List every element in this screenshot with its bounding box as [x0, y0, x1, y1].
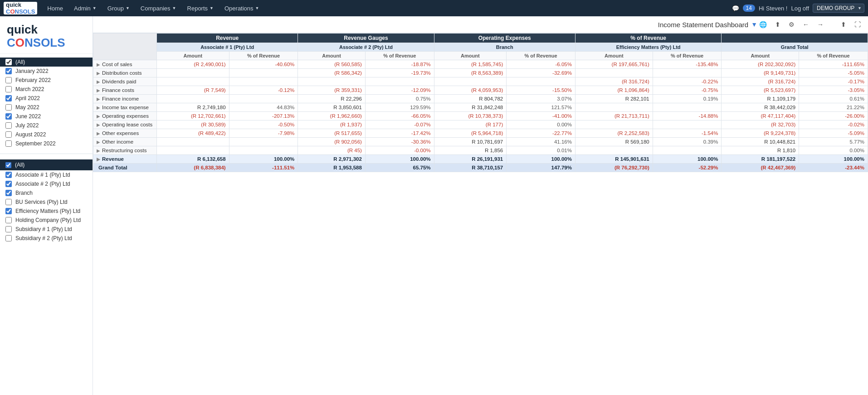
share-icon[interactable]: ⬆: [773, 20, 782, 29]
col-group-revenue-gauges: Revenue Gauges: [298, 34, 434, 43]
row-label[interactable]: ▶Other expenses: [93, 129, 157, 138]
logo-box: quickCONSOLS: [4, 2, 37, 14]
globe-icon[interactable]: 🌐: [757, 20, 769, 29]
cell-ef_amt: [575, 146, 653, 155]
nav-admin[interactable]: Admin ▼: [69, 0, 101, 16]
cell-ef_pct: [653, 103, 722, 112]
nav-operations[interactable]: Operations ▼: [220, 0, 264, 16]
row-label[interactable]: ▶Cost of sales: [93, 60, 157, 69]
export-icon[interactable]: ⬆: [839, 20, 848, 29]
period-mar-checkbox[interactable]: [5, 86, 12, 92]
company-efficiency[interactable]: Efficiency Matters (Pty) Ltd: [0, 207, 93, 216]
period-all-checkbox[interactable]: [5, 59, 12, 65]
cell-ef_pct: -0.22%: [653, 77, 722, 86]
logoff-button[interactable]: Log off: [791, 5, 809, 12]
cell-br_amt: R 38,710,157: [434, 164, 507, 172]
cell-a2_pct: 0.75%: [365, 95, 434, 103]
cell-br_pct: -32.69%: [507, 69, 575, 77]
company-bu-services[interactable]: BU Services (Pty) Ltd: [0, 198, 93, 207]
table-row: ▶Income tax expenseR 2,749,18044.83%R 3,…: [93, 103, 868, 112]
row-label[interactable]: ▶Operating lease costs: [93, 120, 157, 129]
cell-ef_amt: R 145,901,631: [575, 155, 653, 164]
cell-br_amt: (R 4,059,953): [434, 86, 507, 95]
cell-gt_amt: R 1,810: [722, 146, 799, 155]
demo-group-select[interactable]: DEMO GROUP: [813, 4, 864, 13]
nav-home[interactable]: Home: [43, 0, 68, 16]
company-bu-checkbox[interactable]: [5, 199, 12, 205]
period-january-2022[interactable]: January 2022: [0, 67, 93, 76]
company-subsidiary2[interactable]: Subsidiary # 2 (Pty) Ltd: [0, 234, 93, 243]
cell-a1_pct: [229, 138, 298, 146]
row-label[interactable]: ▶Revenue: [93, 155, 157, 164]
table-row: ▶Restructuring costs(R 45)-0.00%R 1,8560…: [93, 146, 868, 155]
cell-a2_pct: [365, 77, 434, 86]
cell-a2_pct: 129.59%: [365, 103, 434, 112]
period-jun-checkbox[interactable]: [5, 113, 12, 120]
row-label[interactable]: ▶Finance costs: [93, 86, 157, 95]
period-all-item[interactable]: (All): [0, 58, 93, 67]
period-sep-checkbox[interactable]: [5, 140, 12, 147]
row-label[interactable]: ▶Operating expenses: [93, 112, 157, 120]
period-aug-checkbox[interactable]: [5, 131, 12, 138]
company-all-checkbox[interactable]: [5, 162, 11, 168]
row-label[interactable]: ▶Income tax expense: [93, 103, 157, 112]
filter-icon[interactable]: ▼: [751, 21, 757, 28]
table-row: ▶Distribution costs(R 586,342)-19.73%(R …: [93, 69, 868, 77]
cell-ef_pct: -1.54%: [653, 129, 722, 138]
company-associate1-checkbox[interactable]: [5, 172, 12, 178]
company-branch[interactable]: Branch: [0, 188, 93, 198]
message-badge[interactable]: 14: [743, 5, 755, 12]
cell-a2_amt: (R 586,342): [298, 69, 366, 77]
company-holding[interactable]: Holding Company (Pty) Ltd: [0, 216, 93, 225]
cell-ef_pct: -135.48%: [653, 60, 722, 69]
row-label[interactable]: ▶Restructuring costs: [93, 146, 157, 155]
company-efficiency-checkbox[interactable]: [5, 208, 12, 214]
company-associate2-checkbox[interactable]: [5, 181, 12, 187]
forward-icon[interactable]: →: [815, 20, 825, 29]
fullscreen-icon[interactable]: ⛶: [853, 20, 863, 29]
table-row: Grand Total(R 6,838,384)-111.51%R 1,953,…: [93, 164, 868, 172]
period-february-2022[interactable]: February 2022: [0, 76, 93, 85]
row-label[interactable]: ▶Other income: [93, 138, 157, 146]
period-apr-checkbox[interactable]: [5, 95, 12, 101]
company-associate2[interactable]: Associate # 2 (Pty) Ltd: [0, 179, 93, 188]
period-march-2022[interactable]: March 2022: [0, 85, 93, 94]
period-june-2022[interactable]: June 2022: [0, 112, 93, 121]
company-sub2-checkbox[interactable]: [5, 235, 12, 241]
nav-group[interactable]: Group ▼: [103, 0, 134, 16]
company-subgroup-row: Associate # 1 (Pty) Ltd Associate # 2 (P…: [93, 43, 868, 52]
cell-a1_amt: (R 12,702,661): [157, 112, 229, 120]
company-subsidiary1[interactable]: Subsidiary # 1 (Pty) Ltd: [0, 225, 93, 234]
row-label[interactable]: Grand Total: [93, 164, 157, 172]
cell-ef_pct: [653, 69, 722, 77]
cell-br_pct: 0.00%: [507, 120, 575, 129]
period-july-2022[interactable]: July 2022: [0, 121, 93, 130]
row-label[interactable]: ▶Dividends paid: [93, 77, 157, 86]
period-may-2022[interactable]: May 2022: [0, 103, 93, 112]
cell-a2_amt: R 22,296: [298, 95, 366, 103]
period-may-checkbox[interactable]: [5, 104, 12, 111]
cell-br_amt: R 26,191,931: [434, 155, 507, 164]
company-holding-checkbox[interactable]: [5, 217, 12, 223]
company-all-item[interactable]: (All): [0, 159, 93, 170]
cell-gt_amt: (R 316,724): [722, 77, 799, 86]
col-grand-total: Grand Total: [722, 43, 868, 52]
period-feb-checkbox[interactable]: [5, 77, 12, 83]
period-april-2022[interactable]: April 2022: [0, 94, 93, 103]
nav-reports[interactable]: Reports ▼: [183, 0, 218, 16]
period-september-2022[interactable]: September 2022: [0, 139, 93, 148]
company-sub1-checkbox[interactable]: [5, 226, 12, 232]
company-branch-checkbox[interactable]: [5, 190, 12, 196]
logo-consols: CONSOLS: [7, 36, 65, 49]
row-label[interactable]: ▶Distribution costs: [93, 69, 157, 77]
settings-icon[interactable]: ⚙: [787, 20, 796, 29]
back-icon[interactable]: ←: [801, 20, 811, 29]
period-filters: (All) January 2022 February 2022 March 2…: [0, 54, 93, 152]
row-label[interactable]: ▶Finance income: [93, 95, 157, 103]
cell-br_pct: -22.77%: [507, 129, 575, 138]
company-associate1[interactable]: Associate # 1 (Pty) Ltd: [0, 170, 93, 179]
period-jan-checkbox[interactable]: [5, 68, 12, 74]
nav-companies[interactable]: Companies ▼: [136, 0, 181, 16]
period-august-2022[interactable]: August 2022: [0, 130, 93, 139]
period-jul-checkbox[interactable]: [5, 122, 12, 129]
